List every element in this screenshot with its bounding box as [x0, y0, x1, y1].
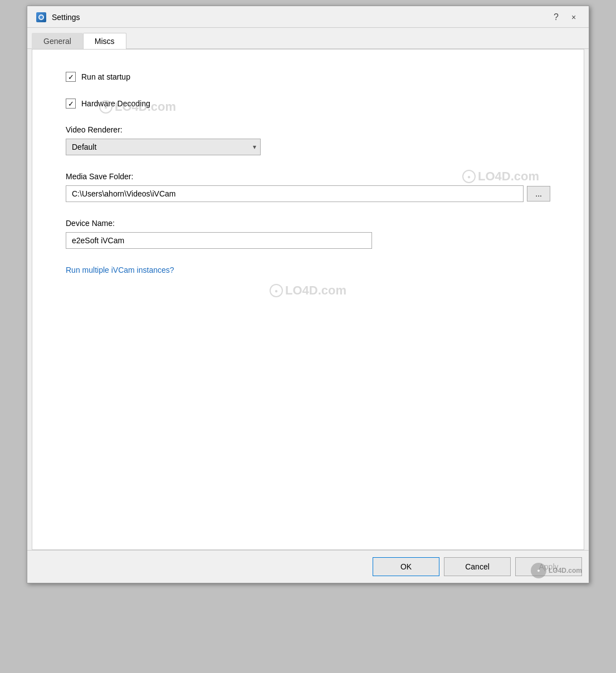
app-icon [36, 12, 46, 22]
hardware-decoding-label: Hardware Decoding [81, 99, 150, 108]
title-bar-left: Settings [36, 12, 80, 22]
browse-button[interactable]: ... [527, 186, 550, 202]
folder-row: ... [66, 185, 550, 202]
close-button[interactable]: × [565, 11, 582, 24]
hardware-decoding-checkbox[interactable]: ✓ [66, 99, 76, 109]
multiple-instances-row: Run multiple iVCam instances? [66, 266, 550, 274]
window-title: Settings [52, 13, 80, 22]
media-save-folder-label: Media Save Folder: [66, 172, 550, 181]
footer-area: OK Cancel Apply ● LO4D.com [27, 550, 589, 583]
watermark-3: ● LO4D.com [270, 283, 346, 298]
button-bar: OK Cancel Apply [27, 550, 589, 583]
video-renderer-wrapper: Default DirectShow Media Foundation ▾ [66, 139, 261, 155]
checkmark-2: ✓ [68, 100, 74, 107]
tab-bar: General Miscs [27, 28, 589, 49]
hardware-decoding-row: ✓ Hardware Decoding [66, 99, 550, 109]
video-renderer-select[interactable]: Default DirectShow Media Foundation [66, 139, 261, 155]
multiple-instances-link[interactable]: Run multiple iVCam instances? [66, 266, 174, 274]
ok-button[interactable]: OK [373, 557, 439, 576]
checkmark-1: ✓ [68, 73, 74, 81]
settings-dialog: Settings ? × General Miscs ● LO4D.com ● … [27, 6, 589, 583]
content-area: ● LO4D.com ● LO4D.com ● LO4D.com ✓ Run a… [32, 49, 584, 550]
tab-general[interactable]: General [32, 33, 83, 49]
device-name-input[interactable] [66, 232, 372, 249]
lo4d-circle-icon: ● [531, 563, 546, 578]
media-save-folder-input[interactable] [66, 185, 524, 202]
video-renderer-row: Video Renderer: Default DirectShow Media… [66, 125, 550, 155]
run-at-startup-label: Run at startup [81, 72, 130, 81]
video-renderer-label: Video Renderer: [66, 125, 550, 134]
tab-miscs[interactable]: Miscs [83, 33, 126, 49]
help-button[interactable]: ? [549, 11, 563, 23]
title-bar-right: ? × [549, 11, 582, 24]
svg-point-1 [40, 16, 43, 19]
cancel-button[interactable]: Cancel [444, 557, 511, 576]
device-name-label: Device Name: [66, 219, 550, 228]
watermark-circle-3: ● [270, 284, 283, 297]
device-name-row: Device Name: [66, 219, 550, 249]
lo4d-watermark: ● LO4D.com [531, 563, 582, 578]
title-bar: Settings ? × [27, 6, 589, 28]
media-save-folder-row: Media Save Folder: ... [66, 172, 550, 202]
run-at-startup-checkbox[interactable]: ✓ [66, 72, 76, 82]
run-at-startup-row: ✓ Run at startup [66, 72, 550, 82]
lo4d-text: LO4D.com [549, 567, 582, 574]
